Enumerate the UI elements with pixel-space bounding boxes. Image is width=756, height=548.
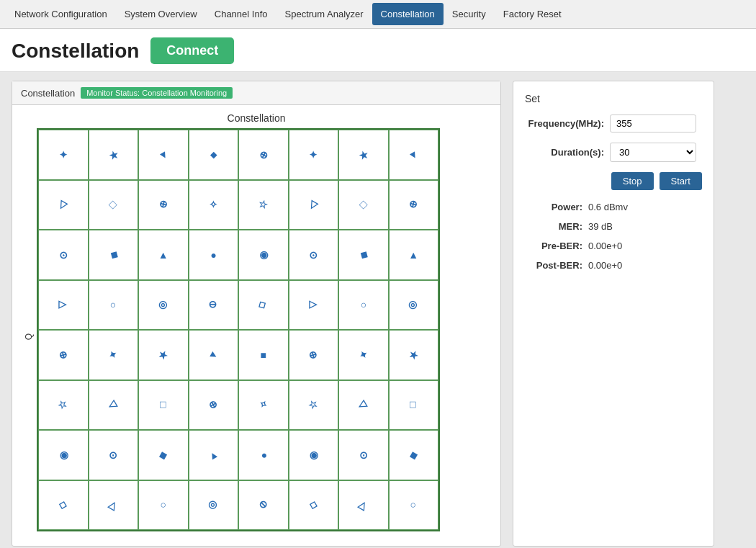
power-value: 0.6 dBmv	[588, 202, 628, 212]
grid-cell: ▽	[338, 380, 389, 431]
grid-cell: ✦	[289, 130, 339, 180]
main-content: Constellation Monitor Status: Constellat…	[0, 72, 756, 548]
grid-cell: ⊕	[289, 330, 339, 380]
grid-cell: ⊕	[238, 130, 289, 180]
grid-cell: ☆	[38, 380, 89, 431]
constellation-grid-container: Q ✦★▼■⊕✦★▼▽□⊗✧☆▽□⊗⊙◆▲●◉⊙◆▲△○◎⊘◇△○◎⊕✦★▼■⊕…	[12, 128, 500, 543]
nav-item-factory-reset[interactable]: Factory Reset	[495, 3, 570, 25]
left-panel: Constellation Monitor Status: Constellat…	[12, 81, 501, 547]
grid-cell: ◉	[38, 430, 89, 480]
preber-label: Pre-BER:	[525, 241, 582, 251]
grid-cell: ✦	[89, 330, 139, 380]
grid-cell: ✦	[338, 330, 389, 380]
grid-cell: □	[389, 380, 439, 431]
page-header: Constellation Connect	[0, 29, 756, 72]
constellation-grid: ✦★▼■⊕✦★▼▽□⊗✧☆▽□⊗⊙◆▲●◉⊙◆▲△○◎⊘◇△○◎⊕✦★▼■⊕✦★…	[37, 128, 440, 531]
grid-cell: ◎	[138, 280, 189, 331]
duration-row: Duration(s): 10 20 30 60 120	[525, 143, 702, 162]
constellation-chart-title: Constellation	[12, 105, 500, 128]
nav-item-network-configuration[interactable]: Network Configuration	[6, 3, 116, 25]
page-title: Constellation	[12, 40, 139, 63]
nav-item-system-overview[interactable]: System Overview	[116, 3, 206, 25]
grid-cell: ◆	[389, 430, 439, 480]
grid-cell: ★	[338, 130, 389, 180]
postber-value: 0.00e+0	[588, 260, 622, 271]
power-label: Power:	[525, 202, 582, 212]
grid-cell: △	[89, 480, 139, 531]
nav-item-spectrum-analyzer[interactable]: Spectrum Analyzer	[276, 3, 372, 25]
grid-cell: ▼	[189, 330, 239, 380]
mer-label: MER:	[525, 221, 582, 232]
start-button[interactable]: Start	[660, 172, 702, 190]
grid-cell: □	[89, 180, 139, 230]
grid-cell: ●	[189, 230, 239, 280]
mer-value: 39 dB	[588, 221, 613, 232]
grid-cell: ★	[138, 330, 189, 380]
grid-cell: □	[138, 380, 189, 431]
grid-cell: ▼	[138, 130, 189, 180]
set-title: Set	[525, 93, 702, 104]
grid-cell: △	[289, 280, 339, 331]
postber-row: Post-BER: 0.00e+0	[525, 260, 702, 271]
nav-item-constellation[interactable]: Constellation	[372, 3, 444, 25]
power-row: Power: 0.6 dBmv	[525, 202, 702, 212]
grid-cell: ○	[89, 280, 139, 331]
grid-cell: ★	[389, 330, 439, 380]
preber-value: 0.00e+0	[588, 241, 622, 251]
preber-row: Pre-BER: 0.00e+0	[525, 241, 702, 251]
grid-cell: ▲	[138, 230, 189, 280]
grid-cell: ⊙	[38, 230, 89, 280]
grid-cell: ■	[238, 330, 289, 380]
grid-cell: ☆	[238, 180, 289, 230]
duration-label: Duration(s):	[525, 147, 604, 158]
grid-cell: △	[338, 480, 389, 531]
grid-cell: ■	[189, 130, 239, 180]
stop-button[interactable]: Stop	[611, 172, 654, 190]
grid-cell: ⊗	[389, 180, 439, 230]
nav-item-security[interactable]: Security	[444, 3, 495, 25]
grid-cell: ◆	[138, 430, 189, 480]
grid-cell: □	[338, 180, 389, 230]
grid-cell: ○	[138, 480, 189, 531]
frequency-row: Frequency(MHz):	[525, 114, 702, 132]
grid-cell: ⊘	[189, 280, 239, 331]
right-panel: Set Frequency(MHz): Duration(s): 10 20 3…	[513, 81, 714, 547]
grid-cell: ▽	[89, 380, 139, 431]
grid-cell: ⊙	[338, 430, 389, 480]
grid-cell: ◇	[38, 480, 89, 531]
grid-cell: ⊗	[189, 380, 239, 431]
grid-cell: ▽	[38, 180, 89, 230]
grid-cell: ▽	[289, 180, 339, 230]
button-row: Stop Start	[525, 172, 702, 190]
grid-cell: ◆	[338, 230, 389, 280]
grid-cell: ✦	[38, 130, 89, 180]
constellation-label: Constellation	[21, 88, 75, 99]
grid-cell: ○	[389, 480, 439, 531]
nav-item-channel-info[interactable]: Channel Info	[206, 3, 276, 25]
grid-cell: ⊗	[138, 180, 189, 230]
nav-bar: Network ConfigurationSystem OverviewChan…	[0, 0, 756, 29]
connect-button[interactable]: Connect	[150, 37, 234, 64]
grid-cell: ●	[238, 430, 289, 480]
grid-cell: ◉	[238, 230, 289, 280]
grid-cell: ✧	[238, 380, 289, 431]
grid-cell: ▲	[189, 430, 239, 480]
grid-cell: ⊙	[89, 430, 139, 480]
grid-cell: △	[38, 280, 89, 331]
y-axis-label: Q	[24, 319, 34, 340]
grid-cell: ▲	[389, 230, 439, 280]
grid-cell: ⊘	[238, 480, 289, 531]
grid-cell: ⊕	[38, 330, 89, 380]
duration-select[interactable]: 10 20 30 60 120	[610, 143, 696, 162]
grid-cell: ◉	[289, 430, 339, 480]
monitor-status-badge: Monitor Status: Constellation Monitoring	[81, 87, 233, 99]
frequency-label: Frequency(MHz):	[525, 118, 604, 129]
grid-cell: ✧	[189, 180, 239, 230]
grid-cell: ☆	[289, 380, 339, 431]
frequency-input[interactable]	[610, 114, 696, 132]
mer-row: MER: 39 dB	[525, 221, 702, 232]
left-panel-header: Constellation Monitor Status: Constellat…	[12, 81, 500, 105]
grid-cell: ◎	[389, 280, 439, 331]
grid-cell: ○	[338, 280, 389, 331]
grid-cell: ◆	[89, 230, 139, 280]
